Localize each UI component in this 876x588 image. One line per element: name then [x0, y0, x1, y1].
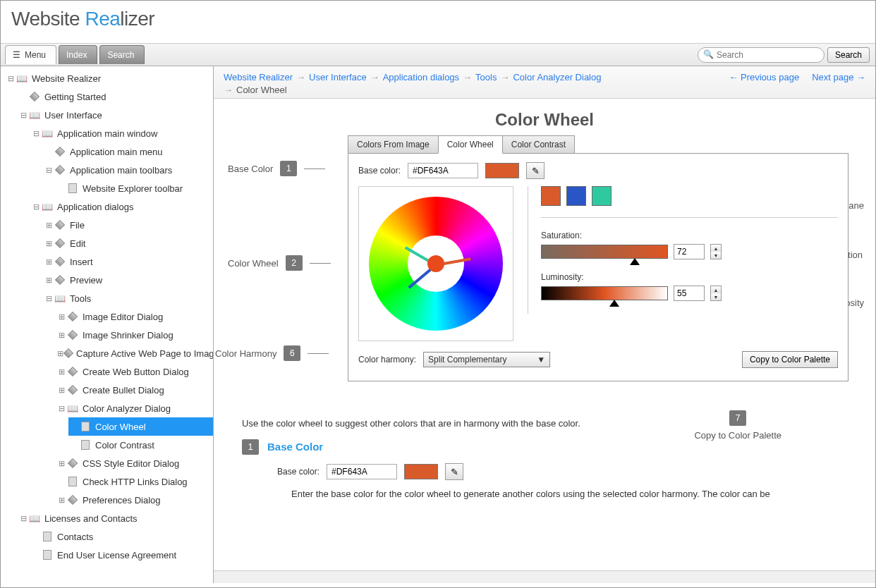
base-color-swatch[interactable] [485, 163, 519, 178]
breadcrumb: Website Realizer→ User Interface→ Applic… [214, 66, 875, 99]
eyedropper-button[interactable]: ✎ [526, 162, 545, 179]
chevron-down-icon: ▼ [537, 355, 545, 365]
base-color-label: Base color: [358, 166, 401, 176]
tree-preview[interactable]: ⊞Preview [43, 271, 213, 289]
eyedropper-icon: ✎ [451, 467, 458, 477]
copy-to-palette-button[interactable]: Copy to Color Palette [742, 351, 838, 368]
tab-menu[interactable]: ☰Menu [5, 45, 56, 64]
horizontal-scrollbar[interactable] [214, 570, 875, 583]
color-wheel-widget[interactable] [358, 186, 513, 341]
callout-color-wheel: Color Wheel [228, 258, 279, 269]
luminosity-value[interactable] [674, 286, 705, 301]
tree-app-dialogs[interactable]: ⊟📖Application dialogs [30, 197, 213, 216]
tree-color-contrast[interactable]: Color Contrast [68, 436, 213, 454]
base-color-input[interactable] [408, 163, 478, 178]
tree-capture[interactable]: ⊞Capture Active Web Page to Image Dialog [56, 344, 213, 362]
tree-image-editor[interactable]: ⊞Image Editor Dialog [56, 307, 213, 326]
sidebar[interactable]: ⊟📖Website Realizer Getting Started ⊟📖Use… [1, 66, 214, 583]
tree-app-toolbars[interactable]: ⊟Application main toolbars [43, 161, 213, 179]
tree-eula[interactable]: End User License Agreement [30, 546, 213, 564]
chevron-down-icon[interactable]: ▼ [711, 252, 721, 259]
desc-eyedropper[interactable]: ✎ [445, 463, 463, 480]
search-button[interactable]: Search [827, 47, 870, 63]
dlg-tab-color-contrast[interactable]: Color Contrast [502, 135, 575, 154]
tree-app-main-menu[interactable]: Application main menu [43, 142, 213, 161]
tree-preferences[interactable]: ⊞Preferences Dialog [56, 491, 213, 509]
section-title: Base Color [267, 439, 323, 455]
harmony-label: Color harmony: [358, 355, 416, 365]
tab-search[interactable]: Search [99, 45, 145, 64]
tree-color-wheel[interactable]: Color Wheel [68, 417, 213, 436]
dlg-tab-color-wheel[interactable]: Color Wheel [438, 135, 503, 154]
search-icon: 🔍 [703, 49, 714, 59]
tree-insert[interactable]: ⊞Insert [43, 252, 213, 271]
tree-edit[interactable]: ⊞Edit [43, 234, 213, 252]
search-input[interactable] [698, 47, 825, 63]
tree-tools[interactable]: ⊟📖Tools [43, 289, 213, 307]
chevron-down-icon[interactable]: ▼ [711, 293, 721, 300]
eyedropper-icon: ✎ [532, 166, 540, 176]
crumb-root[interactable]: Website Realizer [224, 72, 293, 82]
crumb-analyzer[interactable]: Color Analyzer Dialog [513, 72, 601, 82]
tree-css-style[interactable]: ⊞CSS Style Editor Dialog [56, 454, 213, 472]
tree-licenses[interactable]: ⊟📖Licenses and Contacts [18, 509, 213, 527]
luminosity-label: Luminosity: [541, 272, 838, 282]
crumb-tools[interactable]: Tools [475, 72, 497, 82]
desc-base-label: Base color: [277, 465, 320, 478]
prev-page-link[interactable]: ← Previous page [729, 72, 799, 82]
tree-getting-started[interactable]: Getting Started [18, 87, 213, 106]
saturation-label: Saturation: [541, 231, 838, 240]
tree-bullet[interactable]: ⊞Create Bullet Dialog [56, 381, 213, 399]
tree-root[interactable]: ⊟📖Website Realizer [5, 69, 213, 87]
harmony-select[interactable]: Split Complementary▼ [423, 352, 550, 367]
tree-app-main-window[interactable]: ⊟📖Application main window [30, 124, 213, 142]
tree-check-http[interactable]: Check HTTP Links Dialog [56, 472, 213, 491]
chevron-up-icon[interactable]: ▲ [711, 286, 721, 293]
luminosity-spinner[interactable]: ▲▼ [710, 286, 722, 301]
tree-file[interactable]: ⊞File [43, 216, 213, 234]
dlg-tab-colors-from-image[interactable]: Colors From Image [348, 135, 439, 154]
desc-base-input[interactable] [327, 464, 397, 479]
content-scroll[interactable]: Color Wheel 1Base Color 2Color Wheel 6Co… [214, 99, 875, 570]
callout-base-color: Base Color [228, 164, 273, 174]
saturation-spinner[interactable]: ▲▼ [710, 244, 722, 259]
page-title: Color Wheel [235, 110, 854, 130]
crumb-current: Color Wheel [236, 85, 287, 95]
callout-copy: Copy to Color Palette [694, 430, 781, 441]
tree-user-interface[interactable]: ⊟📖User Interface [18, 106, 213, 124]
tree-contacts[interactable]: Contacts [30, 527, 213, 546]
tree-explorer-toolbar[interactable]: Website Explorer toolbar [56, 179, 213, 197]
tab-index[interactable]: Index [59, 45, 97, 64]
tree-web-button[interactable]: ⊞Create Web Button Dialog [56, 362, 213, 381]
palette-swatch-1[interactable] [541, 186, 561, 206]
top-bar: ☰Menu Index Search 🔍 Search [1, 43, 875, 66]
app-logo: Website Realizer [11, 8, 865, 30]
chevron-up-icon[interactable]: ▲ [711, 245, 721, 252]
palette-swatch-3[interactable] [592, 186, 612, 206]
tree-color-analyzer[interactable]: ⊟📖Color Analyzer Dialog [56, 399, 213, 417]
saturation-slider[interactable] [541, 245, 668, 259]
desc-body: Enter the base color for the color wheel… [291, 487, 827, 501]
nav-tree: ⊟📖Website Realizer Getting Started ⊟📖Use… [1, 66, 213, 578]
next-page-link[interactable]: Next page → [812, 72, 865, 82]
crumb-dialogs[interactable]: Application dialogs [383, 72, 459, 82]
harmony-palette [541, 186, 838, 218]
palette-swatch-2[interactable] [566, 186, 586, 206]
saturation-value[interactable] [674, 244, 705, 259]
callout-harmony: Color Harmony [215, 348, 276, 359]
tree-image-shrinker[interactable]: ⊞Image Shrinker Dialog [56, 326, 213, 344]
luminosity-slider[interactable] [541, 286, 668, 300]
desc-base-swatch[interactable] [404, 464, 438, 479]
crumb-ui[interactable]: User Interface [309, 72, 367, 82]
